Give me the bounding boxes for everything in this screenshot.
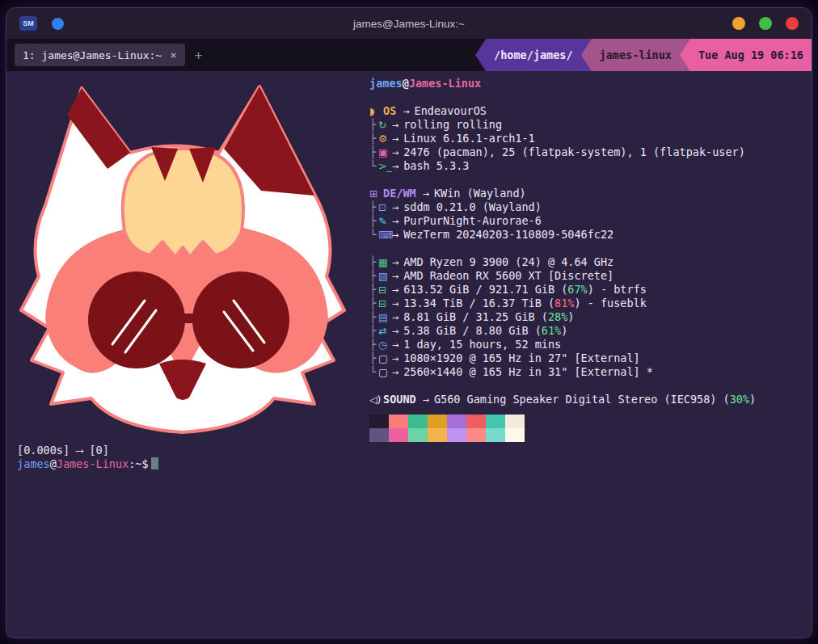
- fetch-text: PurPurNight-Aurorae-6: [403, 214, 542, 227]
- window-title: james@James-Linux:~: [6, 18, 812, 30]
- palette-swatch: [505, 415, 525, 428]
- arrow-icon: →: [392, 269, 398, 282]
- prompt-at: @: [50, 457, 57, 470]
- tree-branch: ├: [369, 297, 378, 310]
- tree-branch: ├: [369, 200, 378, 214]
- fetch-line: ├◷→1 day, 15 hours, 52 mins: [369, 338, 756, 351]
- fetch-lines: ◗OS →EndeavourOS├↻→rolling rolling├⚙→Lin…: [369, 104, 756, 406]
- fetch-text: sddm 0.21.0 (Wayland): [403, 200, 542, 213]
- color-palette: [369, 415, 756, 442]
- palette-swatch: [486, 428, 505, 442]
- palette-swatch: [408, 415, 428, 428]
- palette-swatch: [505, 428, 525, 442]
- droplet-icon: ◗: [369, 104, 383, 118]
- fetch-text: EndeavourOS: [415, 104, 487, 117]
- tree-branch: ├: [369, 338, 378, 351]
- fetch-line: ├⇄→5.38 GiB / 8.80 GiB (61%): [369, 324, 756, 338]
- fetch-text: rolling rolling: [403, 118, 502, 131]
- fetch-line: ├⚙→Linux 6.16.1-arch1-1: [369, 132, 756, 145]
- palette-swatch: [486, 415, 505, 428]
- fetch-text: 30%: [730, 393, 749, 406]
- powerline-triangle: [475, 39, 486, 71]
- powerline-triangle: [581, 39, 592, 71]
- fetch-gap: [369, 379, 756, 393]
- arrow-icon: →: [423, 187, 429, 200]
- fetch-text: G560 Gaming Speaker Digital Stereo (IEC9…: [434, 393, 730, 406]
- text-cursor: [151, 457, 158, 469]
- fetch-text: 2476 (pacman), 25 (flatpak-system), 1 (f…: [403, 145, 745, 158]
- fetch-line: ├▣→2476 (pacman), 25 (flatpak-system), 1…: [369, 145, 756, 159]
- clock-icon: ◷: [378, 338, 392, 351]
- powerline-separator: [475, 39, 486, 71]
- gpu-icon: ▨: [378, 269, 392, 283]
- tab-close-icon[interactable]: ×: [170, 48, 176, 61]
- fetch-text: 28%: [548, 310, 567, 323]
- swap-icon: ⇄: [378, 324, 392, 338]
- tree-branch: └: [369, 365, 378, 379]
- fetch-text: KWin (Wayland): [434, 187, 526, 200]
- tree-branch: ├: [369, 324, 378, 338]
- fetch-text: ) - fuseblk: [574, 297, 646, 309]
- tree-branch: ├: [369, 118, 378, 132]
- timing-line: [0.000s] ⟶ [0]: [17, 444, 812, 457]
- fetch-text: ): [749, 393, 756, 406]
- fetch-line: ├▤→8.81 GiB / 31.25 GiB (28%): [369, 310, 756, 324]
- fetch-text: ): [567, 310, 574, 323]
- display-icon: ▢: [378, 365, 392, 379]
- fetch-text: 8.81 GiB / 31.25 GiB (: [403, 310, 548, 323]
- fox-forehead-patch: [123, 149, 243, 257]
- arrow-icon: →: [392, 365, 398, 378]
- tree-branch: ├: [369, 255, 378, 269]
- palette-swatch: [389, 428, 408, 442]
- arrow-icon: →: [392, 310, 398, 323]
- glasses-right-lens: [192, 271, 289, 368]
- fetch-gap: [369, 242, 756, 255]
- arrow-icon: →: [392, 159, 398, 172]
- maximize-button[interactable]: [759, 17, 772, 30]
- fetch-text: ) - btrfs: [588, 283, 647, 296]
- disk-icon: ⊟: [378, 283, 392, 297]
- arrow-icon: →: [392, 200, 398, 213]
- fetch-line: ⊞DE/WM →KWin (Wayland): [369, 187, 756, 200]
- new-tab-button[interactable]: +: [185, 48, 213, 63]
- fetch-text: AMD Radeon RX 5600 XT [Discrete]: [403, 269, 614, 282]
- titlebar[interactable]: SM james@James-Linux:~: [6, 8, 812, 39]
- arrow-icon: →: [392, 324, 398, 337]
- fetch-line: ├✎→PurPurNight-Aurorae-6: [369, 214, 756, 228]
- terminal-screen[interactable]: [0.000s] ⟶ [0] james@James-Linux:~$ jame…: [6, 71, 812, 638]
- fetch-text: 67%: [567, 283, 587, 296]
- fetch-text: 613.52 GiB / 921.71 GiB (: [403, 283, 567, 296]
- fetch-text: Linux 6.16.1-arch1-1: [403, 132, 535, 145]
- palette-swatch: [466, 428, 486, 442]
- fetch-text: AMD Ryzen 9 3900 (24) @ 4.64 GHz: [403, 255, 614, 268]
- terminal-icon: ⌨: [378, 228, 392, 242]
- tree-branch: ├: [369, 269, 378, 283]
- display-icon: ▢: [378, 351, 392, 365]
- fetch-line: ├↻→rolling rolling: [369, 118, 756, 132]
- tab-1[interactable]: 1: james@James-Linux:~ ×: [15, 44, 185, 66]
- fetch-text: 5.38 GiB / 8.80 GiB (: [403, 324, 542, 337]
- wrench-icon: ↻: [378, 118, 392, 132]
- close-button[interactable]: [786, 17, 799, 30]
- status-cwd: /home/james/: [486, 39, 581, 71]
- app-icon: SM: [19, 16, 37, 31]
- palette-swatch: [466, 415, 486, 428]
- palette-swatch: [408, 428, 428, 442]
- arrow-icon: →: [392, 228, 398, 241]
- disk-icon: ⊟: [378, 297, 392, 310]
- fetch-user: james: [369, 77, 403, 90]
- arrow-icon: →: [392, 214, 398, 227]
- fetch-line: └▢→2560×1440 @ 165 Hz in 31" [External] …: [369, 365, 756, 379]
- speaker-icon: ◁): [369, 393, 383, 406]
- tree-branch: ├: [369, 145, 378, 159]
- arrow-icon: →: [392, 118, 398, 131]
- arrow-icon: →: [392, 283, 398, 296]
- palette-swatch: [428, 428, 447, 442]
- minimize-button[interactable]: [732, 17, 745, 30]
- fetch-line: ├⊡→sddm 0.21.0 (Wayland): [369, 200, 756, 214]
- prompt-line: james@James-Linux:~$: [17, 457, 812, 471]
- powerline-separator: [581, 39, 592, 71]
- tree-branch: ├: [369, 283, 378, 297]
- pin-button[interactable]: [52, 18, 64, 30]
- arrow-icon: →: [392, 338, 398, 351]
